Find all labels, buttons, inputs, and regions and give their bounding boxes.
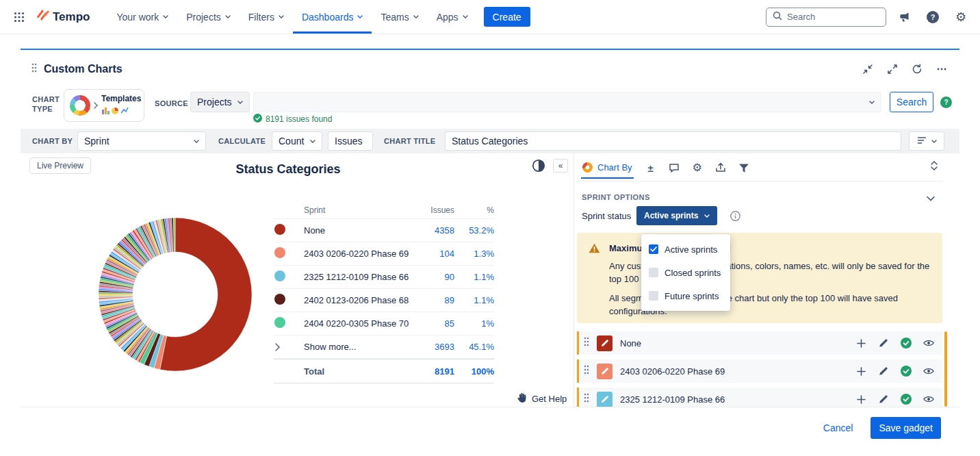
segment-color-dot xyxy=(274,294,285,305)
expand-rows-icon[interactable] xyxy=(275,343,304,351)
row-drag-handle-icon[interactable] xyxy=(584,393,589,405)
tempo-logo-icon xyxy=(36,8,51,26)
legend-options-icon xyxy=(917,135,927,147)
chart-title-label: CHART TITLE xyxy=(384,137,435,145)
checkbox-unchecked-icon[interactable] xyxy=(649,291,658,301)
chart-by-settings-panel: Chart By ± ⚙ SPRINT OPTIONS Sprint statu… xyxy=(577,153,947,407)
collapse-panel-button[interactable]: « xyxy=(553,159,568,173)
settings-gear-icon[interactable]: ⚙ xyxy=(951,8,970,27)
success-check-icon xyxy=(253,114,262,125)
nav-item-filters[interactable]: Filters xyxy=(240,0,293,34)
row-drag-handle-icon[interactable] xyxy=(584,365,589,377)
tab-chart-by[interactable]: Chart By xyxy=(581,157,634,179)
chart-by-label: CHART BY xyxy=(32,137,73,145)
edit-segment-icon[interactable] xyxy=(878,366,889,377)
hand-help-icon xyxy=(517,392,528,405)
chart-options-button[interactable] xyxy=(909,131,944,151)
segment-color-swatch[interactable] xyxy=(597,392,612,407)
chart-title-input[interactable] xyxy=(445,131,901,151)
row-drag-handle-icon[interactable] xyxy=(584,337,589,349)
collapse-gadget-icon[interactable] xyxy=(858,60,877,79)
expand-gadget-icon[interactable] xyxy=(883,60,902,79)
nav-item-teams[interactable]: Teams xyxy=(372,0,427,34)
segment-list-scrollbar[interactable] xyxy=(944,331,947,407)
projects-filter-select[interactable] xyxy=(253,92,881,112)
calculate-label: CALCULATE xyxy=(218,137,266,145)
live-preview-badge: Live Preview xyxy=(29,157,91,174)
show-more-link[interactable]: Show more... xyxy=(304,342,417,352)
sprint-status-dropdown-button[interactable]: Active sprints xyxy=(636,206,717,225)
more-options-icon[interactable] xyxy=(932,60,951,79)
max-segments-warning: Maximum segments reached Any custom segm… xyxy=(577,233,942,323)
chart-by-select[interactable]: Sprint xyxy=(77,131,206,151)
calculate-unit-select[interactable]: Issues xyxy=(328,131,373,151)
segment-enabled-icon[interactable] xyxy=(901,394,912,405)
segment-config-row: None xyxy=(577,331,942,355)
chart-title-heading: Status Categories xyxy=(175,162,401,177)
menu-item-future-sprints[interactable]: Future sprints xyxy=(641,284,730,307)
create-button[interactable]: Create xyxy=(484,7,530,27)
contrast-toggle-icon[interactable] xyxy=(532,159,545,175)
chart-type-picker[interactable]: Templates xyxy=(64,89,144,122)
segment-color-dot xyxy=(274,270,285,281)
segment-color-dot xyxy=(274,247,285,258)
settings-divider xyxy=(577,181,942,181)
sprint-status-dropdown-menu: Active sprints Closed sprints Future spr… xyxy=(641,234,730,311)
sprint-options-chevron-icon[interactable] xyxy=(927,192,935,204)
content-divider xyxy=(573,153,574,407)
get-help-link[interactable]: Get Help xyxy=(515,391,569,407)
chart-type-donut-icon xyxy=(70,95,90,116)
source-select[interactable]: Projects xyxy=(190,92,250,112)
chevron-right-icon xyxy=(94,99,98,112)
segment-color-swatch[interactable] xyxy=(597,335,612,351)
search-button[interactable]: Search xyxy=(890,92,933,112)
segment-enabled-icon[interactable] xyxy=(901,366,912,377)
checkbox-unchecked-icon[interactable] xyxy=(649,268,658,277)
donut-chart[interactable] xyxy=(96,215,255,374)
help-icon[interactable]: ? xyxy=(923,8,942,27)
app-switcher-icon[interactable] xyxy=(10,8,29,27)
edit-segment-icon[interactable] xyxy=(878,338,889,349)
nav-item-projects[interactable]: Projects xyxy=(177,0,240,34)
nav-item-dashboards[interactable]: Dashboards xyxy=(293,0,372,34)
eye-visibility-icon[interactable] xyxy=(923,366,934,377)
segment-enabled-icon[interactable] xyxy=(901,338,912,349)
global-search[interactable] xyxy=(766,8,886,27)
legend-row: 2404 0220-0305 Phase 70 85 1% xyxy=(274,312,494,335)
sprint-status-label: Sprint status xyxy=(582,211,631,221)
plus-minus-icon[interactable]: ± xyxy=(645,162,657,174)
info-icon[interactable] xyxy=(730,211,740,224)
segment-color-swatch[interactable] xyxy=(597,364,612,379)
add-segment-icon[interactable] xyxy=(855,338,866,349)
edit-segment-icon[interactable] xyxy=(878,394,889,405)
nav-item-apps[interactable]: Apps xyxy=(428,0,477,34)
calculate-select[interactable]: Count xyxy=(272,131,322,151)
global-search-input[interactable] xyxy=(787,12,879,22)
segment-settings-gear-icon[interactable]: ⚙ xyxy=(691,162,704,174)
eye-visibility-icon[interactable] xyxy=(923,338,934,349)
cancel-button[interactable]: Cancel xyxy=(823,417,853,439)
filter-funnel-icon[interactable] xyxy=(738,162,750,174)
announcements-icon[interactable] xyxy=(895,8,914,27)
tempo-logo-text: Tempo xyxy=(53,10,90,24)
search-icon xyxy=(773,11,782,23)
tempo-logo[interactable]: Tempo xyxy=(36,8,90,26)
gadget-help-icon[interactable]: ? xyxy=(940,97,952,111)
export-icon[interactable] xyxy=(714,162,727,174)
eye-visibility-icon[interactable] xyxy=(923,394,934,405)
collapse-settings-icon[interactable] xyxy=(929,160,939,174)
checkbox-checked-icon[interactable] xyxy=(649,244,658,254)
nav-item-your-work[interactable]: Your work xyxy=(107,0,177,34)
gadget-drag-handle-icon[interactable] xyxy=(31,63,37,75)
add-segment-icon[interactable] xyxy=(855,394,866,405)
issues-found-status: 8191 issues found xyxy=(253,114,332,125)
comment-bubble-icon[interactable] xyxy=(668,162,680,174)
refresh-icon[interactable] xyxy=(907,60,927,79)
pie-tab-icon xyxy=(582,162,593,173)
add-segment-icon[interactable] xyxy=(855,366,866,377)
save-gadget-button[interactable]: Save gadget xyxy=(871,417,941,439)
settings-toolbar: Chart By ± ⚙ xyxy=(581,156,750,179)
menu-item-active-sprints[interactable]: Active sprints xyxy=(641,238,730,261)
gadget-title: Custom Charts xyxy=(44,63,122,75)
menu-item-closed-sprints[interactable]: Closed sprints xyxy=(641,261,730,284)
